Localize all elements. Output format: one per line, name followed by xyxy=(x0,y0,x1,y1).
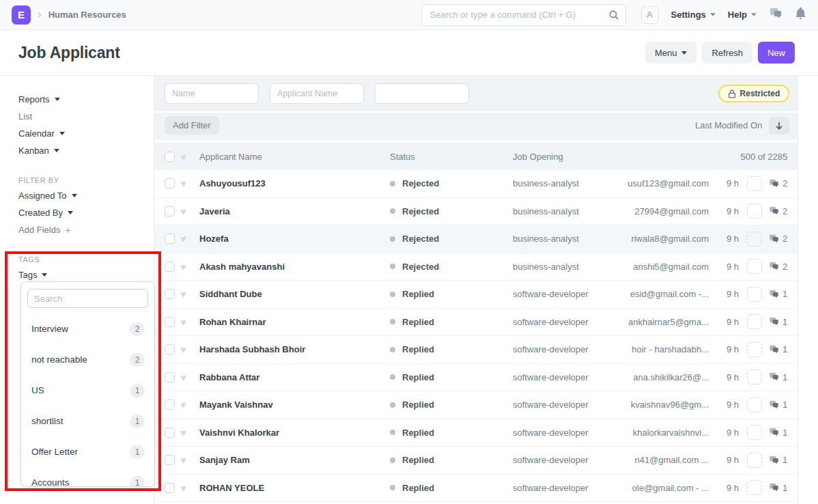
row-checkbox[interactable] xyxy=(165,455,175,465)
table-row[interactable]: ♥Vaishnvi KhalorkarRepliedsoftware-devel… xyxy=(154,419,798,447)
help-menu[interactable]: Help xyxy=(728,10,757,20)
tag-item[interactable]: Accounts1 xyxy=(27,467,148,487)
table-row[interactable]: ♥JaveriaRejectedbusiness-analyst27994@gm… xyxy=(154,198,798,226)
select-all-checkbox[interactable] xyxy=(165,152,175,162)
comment-count[interactable]: 1 xyxy=(769,428,787,438)
row-checkbox[interactable] xyxy=(165,289,175,299)
comment-count[interactable]: 1 xyxy=(769,317,787,327)
row-checkbox[interactable] xyxy=(165,372,175,382)
sidebar-view-kanban[interactable]: Kanban xyxy=(18,142,154,159)
tag-item[interactable]: Offer Letter1 xyxy=(27,436,148,467)
tag-item[interactable]: shortlist1 xyxy=(27,406,148,436)
row-checkbox[interactable] xyxy=(165,400,175,410)
comment-count-value: 2 xyxy=(782,178,787,188)
like-heart-icon[interactable]: ♥ xyxy=(180,344,191,354)
settings-menu[interactable]: Settings xyxy=(671,10,716,20)
comment-count[interactable]: 2 xyxy=(769,234,787,244)
like-heart-icon[interactable]: ♥ xyxy=(180,317,191,327)
like-heart-icon[interactable]: ♥ xyxy=(180,428,191,438)
comment-count[interactable]: 1 xyxy=(769,483,787,493)
assignee-placeholder[interactable] xyxy=(747,232,762,247)
status-filter-input[interactable] xyxy=(375,83,469,104)
app-logo[interactable]: E xyxy=(12,5,31,25)
row-checkbox[interactable] xyxy=(165,234,175,244)
comment-count[interactable]: 1 xyxy=(769,455,787,465)
table-row[interactable]: ♥Harshada Subhash BhoirRepliedsoftware-d… xyxy=(154,336,798,364)
row-checkbox[interactable] xyxy=(165,206,175,216)
assignee-placeholder[interactable] xyxy=(747,342,762,357)
comment-count[interactable]: 1 xyxy=(769,372,787,382)
row-checkbox[interactable] xyxy=(165,317,175,327)
sidebar-add-fields[interactable]: Add Fields + xyxy=(18,221,154,238)
sort-direction-button[interactable] xyxy=(769,117,789,135)
comment-count[interactable]: 2 xyxy=(769,262,787,272)
modified-time: 9 h xyxy=(714,428,739,438)
assignee-placeholder[interactable] xyxy=(747,176,762,191)
notifications-bell-icon[interactable] xyxy=(795,7,806,23)
email-text: kvaishnav96@gm... xyxy=(625,400,709,410)
assignee-placeholder[interactable] xyxy=(747,397,762,412)
sidebar-filter-created-by[interactable]: Created By xyxy=(18,204,154,221)
tag-item[interactable]: Interview2 xyxy=(27,313,148,344)
like-heart-icon[interactable]: ♥ xyxy=(180,289,191,299)
table-row[interactable]: ♥Siddhant DubeRepliedsoftware-developere… xyxy=(154,281,798,309)
assignee-placeholder[interactable] xyxy=(747,259,762,274)
job-opening: software-developer xyxy=(513,483,625,493)
like-heart-icon[interactable]: ♥ xyxy=(180,400,191,410)
table-row[interactable]: ♥Akash mahyavanshiRejectedbusiness-analy… xyxy=(154,253,798,281)
sidebar-view-calendar[interactable]: Calendar xyxy=(18,125,154,142)
tag-item[interactable]: US1 xyxy=(27,375,148,406)
sidebar-view-reports[interactable]: Reports xyxy=(18,91,154,108)
table-row[interactable]: ♥ROHAN YEOLERepliedsoftware-developerole… xyxy=(154,475,798,503)
assignee-placeholder[interactable] xyxy=(747,453,762,468)
comment-count[interactable]: 1 xyxy=(769,400,787,410)
row-checkbox[interactable] xyxy=(165,344,175,354)
row-checkbox[interactable] xyxy=(165,428,175,438)
assignee-placeholder[interactable] xyxy=(747,314,762,329)
sidebar-filter-assigned-to[interactable]: Assigned To xyxy=(18,187,154,204)
breadcrumb[interactable]: Human Resources xyxy=(48,10,126,20)
comment-count[interactable]: 1 xyxy=(769,344,787,354)
like-filter-heart-icon[interactable]: ♥ xyxy=(180,152,191,162)
like-heart-icon[interactable]: ♥ xyxy=(180,206,191,216)
comment-count[interactable]: 1 xyxy=(769,289,787,299)
assignee-placeholder[interactable] xyxy=(747,369,762,384)
assignee-placeholder[interactable] xyxy=(747,425,762,440)
assignee-placeholder[interactable] xyxy=(747,204,762,219)
chat-icon[interactable] xyxy=(769,8,782,23)
table-row[interactable]: ♥Rohan KhairnarRepliedsoftware-developer… xyxy=(154,309,798,337)
add-filter-button[interactable]: Add Filter xyxy=(165,116,219,135)
like-heart-icon[interactable]: ♥ xyxy=(180,372,191,382)
sort-field-label[interactable]: Last Modified On xyxy=(695,120,762,130)
menu-button[interactable]: Menu xyxy=(645,42,697,64)
like-heart-icon[interactable]: ♥ xyxy=(180,178,191,188)
like-heart-icon[interactable]: ♥ xyxy=(180,262,191,272)
like-heart-icon[interactable]: ♥ xyxy=(180,483,191,493)
restricted-badge[interactable]: Restricted xyxy=(718,85,790,102)
table-row[interactable]: ♥Sanjay RamRepliedsoftware-developern41@… xyxy=(154,447,798,475)
tags-search-input[interactable] xyxy=(27,289,148,308)
comment-count[interactable]: 2 xyxy=(769,178,787,188)
global-search-input[interactable] xyxy=(421,4,626,26)
table-row[interactable]: ♥HozefaRejectedbusiness-analystriwala8@g… xyxy=(154,225,798,253)
comment-count[interactable]: 2 xyxy=(769,206,787,216)
new-button[interactable]: New xyxy=(758,42,795,64)
table-row[interactable]: ♥Mayank VaishnavRepliedsoftware-develope… xyxy=(154,391,798,419)
tag-item[interactable]: not reachable2 xyxy=(27,344,148,375)
name-filter-input[interactable] xyxy=(165,83,259,104)
row-checkbox[interactable] xyxy=(165,483,175,493)
refresh-button[interactable]: Refresh xyxy=(702,42,752,64)
table-row[interactable]: ♥Rabbana AttarRepliedsoftware-developera… xyxy=(154,364,798,392)
like-heart-icon[interactable]: ♥ xyxy=(180,234,191,244)
like-heart-icon[interactable]: ♥ xyxy=(180,455,191,465)
avatar[interactable]: A xyxy=(641,6,659,24)
applicant-name-filter-input[interactable] xyxy=(270,83,364,104)
table-row[interactable]: ♥Ashuyousuf123Rejectedbusiness-analystus… xyxy=(154,170,798,198)
row-checkbox[interactable] xyxy=(165,262,175,272)
row-checkbox[interactable] xyxy=(165,178,175,188)
sidebar-view-list[interactable]: List xyxy=(18,108,154,125)
status-label: Replied xyxy=(402,344,434,354)
assignee-placeholder[interactable] xyxy=(747,287,762,302)
record-count[interactable]: 500 of 2285 xyxy=(741,152,788,162)
assignee-placeholder[interactable] xyxy=(747,480,762,495)
